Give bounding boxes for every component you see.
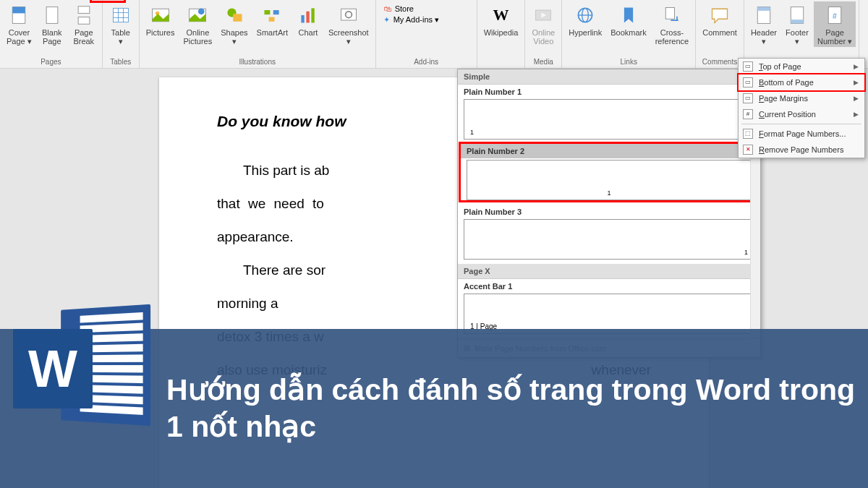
group-addins: 🛍Store ✦My Add-ins ▾ Add-ins [376, 0, 477, 68]
my-addins-button[interactable]: ✦My Add-ins ▾ [383, 15, 439, 25]
group-tables-label: Tables [110, 56, 131, 68]
smartart-button[interactable]: SmartArt [253, 1, 292, 38]
header-button[interactable]: Header ▾ [747, 1, 780, 47]
comment-button[interactable]: Comment [699, 1, 741, 38]
online-video-button[interactable]: Online Video [528, 1, 558, 47]
gallery-item-plain-1[interactable]: Plain Number 1 1 [458, 85, 760, 140]
table-label: Table ▾ [111, 27, 130, 47]
header-label: Header ▾ [751, 27, 777, 47]
page-number-button[interactable]: #Page Number ▾ [814, 1, 856, 47]
gallery-item-accent-1[interactable]: Accent Bar 1 1 | Page [458, 279, 760, 334]
dd-format-page-numbers[interactable]: ⬚Format Page Numbers... [739, 126, 864, 142]
group-illustrations-label: Illustrations [239, 56, 276, 68]
group-comments-label: Comments [702, 56, 737, 68]
bookmark-icon [617, 4, 640, 27]
gallery-item-title: Plain Number 3 [458, 205, 760, 218]
group-links: Hyperlink Bookmark Cross- reference Link… [562, 0, 696, 68]
screenshot-button[interactable]: Screenshot ▾ [325, 1, 373, 47]
dd-page-margins[interactable]: ▭Page Margins▶ [739, 90, 864, 106]
header-icon [752, 4, 775, 27]
svg-text:#: # [833, 12, 837, 20]
gallery-item-plain-2[interactable]: Plain Number 2 1 [461, 144, 757, 200]
gallery-item-plain-3[interactable]: Plain Number 3 1 [458, 205, 760, 260]
wikipedia-label: Wikipedia [484, 27, 519, 38]
crossref-button[interactable]: Cross- reference [652, 1, 692, 47]
svg-rect-18 [269, 17, 275, 22]
page-break-button[interactable]: Page Break [69, 1, 99, 47]
dd-top-of-page[interactable]: ▭Top of Page▶ [739, 59, 864, 74]
dd-current-position[interactable]: #Current Position▶ [739, 106, 864, 122]
svg-rect-3 [78, 7, 90, 14]
shapes-label: Shapes ▾ [221, 27, 247, 47]
remove-icon: ✕ [743, 145, 753, 155]
smartart-label: SmartArt [257, 27, 288, 38]
blank-page-label: Blank Page [42, 27, 62, 47]
store-button[interactable]: 🛍Store [383, 4, 414, 13]
gallery-item-title: Accent Bar 1 [458, 279, 760, 292]
dd-label: Bottom of Page [759, 78, 814, 87]
shapes-button[interactable]: Shapes ▾ [217, 1, 251, 47]
spacer [500, 56, 502, 68]
footer-icon [786, 4, 809, 27]
group-comments: Comment Comments [696, 0, 744, 68]
page-icon: ▭ [743, 61, 753, 72]
online-pictures-icon [186, 4, 209, 27]
footer-button[interactable]: Footer ▾ [782, 1, 812, 47]
online-pictures-label: Online Pictures [184, 27, 213, 47]
svg-rect-21 [311, 8, 314, 22]
gallery-category-simple: Simple [458, 69, 760, 85]
svg-rect-32 [791, 20, 804, 23]
svg-rect-22 [341, 9, 356, 20]
screenshot-icon [337, 4, 360, 27]
table-button[interactable]: Table ▾ [106, 1, 136, 47]
pictures-icon [149, 4, 172, 27]
online-pictures-button[interactable]: Online Pictures [180, 1, 216, 47]
chart-button[interactable]: Chart [293, 1, 323, 38]
word-logo-badge: W [13, 329, 93, 408]
group-media-label: Media [534, 56, 553, 68]
cover-page-label: Cover Page ▾ [7, 27, 32, 47]
screenshot-label: Screenshot ▾ [328, 27, 369, 47]
gallery-preview: 1 | Page [464, 294, 754, 334]
textbox-button[interactable]: AText Box ▾ [862, 1, 868, 47]
svg-rect-19 [301, 15, 304, 23]
page-break-icon [72, 4, 95, 27]
crossref-label: Cross- reference [655, 27, 689, 47]
comment-label: Comment [702, 27, 737, 38]
wikipedia-icon: W [489, 4, 512, 27]
smartart-icon [260, 4, 284, 27]
gallery-preview: 1 [464, 99, 754, 140]
dd-label: Remove Page Numbers [759, 145, 843, 154]
group-wikipedia: WWikipedia [477, 0, 526, 68]
dd-label: Format Page Numbers... [759, 129, 846, 138]
wikipedia-button[interactable]: WWikipedia [480, 1, 522, 38]
svg-rect-30 [757, 7, 770, 11]
cover-page-button[interactable]: Cover Page ▾ [3, 1, 35, 47]
banner-title: Hướng dẫn cách đánh số trang trong Word … [166, 372, 868, 446]
page-icon: # [743, 109, 753, 119]
blank-page-button[interactable]: Blank Page [37, 1, 67, 47]
hyperlink-icon [574, 4, 597, 27]
group-tables: Table ▾ Tables [103, 0, 140, 68]
hyperlink-button[interactable]: Hyperlink [565, 1, 605, 38]
word-logo: W [13, 300, 150, 437]
pictures-label: Pictures [146, 27, 175, 38]
my-addins-label: My Add-ins ▾ [393, 15, 439, 25]
dd-bottom-of-page[interactable]: ▭Bottom of Page▶ [739, 74, 864, 90]
format-icon: ⬚ [743, 129, 753, 139]
svg-rect-16 [265, 10, 271, 14]
group-pages: Cover Page ▾ Blank Page Page Break Pages [0, 0, 103, 68]
gallery-category-pagex: Page X [458, 264, 760, 279]
store-icon: 🛍 [383, 4, 391, 13]
svg-rect-2 [46, 7, 58, 24]
hyperlink-label: Hyperlink [569, 27, 602, 38]
crossref-icon [660, 4, 684, 27]
dd-remove-page-numbers[interactable]: ✕Remove Page Numbers [739, 142, 864, 158]
table-icon [109, 4, 132, 27]
bookmark-button[interactable]: Bookmark [607, 1, 650, 38]
dd-label: Top of Page [759, 62, 801, 71]
pictures-button[interactable]: Pictures [142, 1, 179, 38]
svg-rect-5 [113, 8, 128, 22]
gallery-item-title: Plain Number 2 [461, 144, 757, 158]
chart-label: Chart [299, 27, 318, 38]
